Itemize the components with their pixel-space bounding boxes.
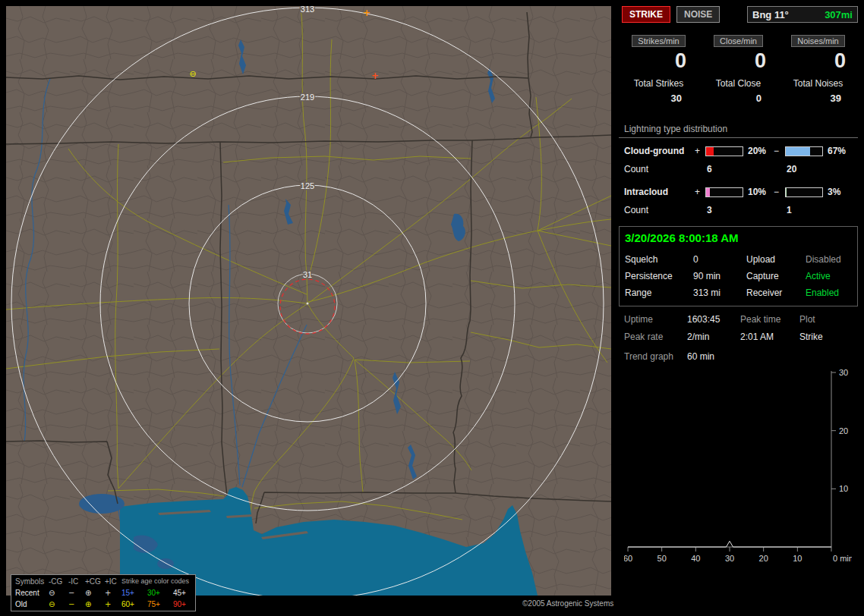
total-noises-value: 39 <box>778 93 858 104</box>
uptime-value: 1603:45 <box>687 314 740 325</box>
noise-tab[interactable]: NOISE <box>676 6 720 23</box>
total-noises-label: Total Noises <box>778 78 858 89</box>
upload-value: Disabled <box>806 254 857 265</box>
copyright-text: ©2005 Astrogenic Systems <box>522 599 613 608</box>
neg-cg-symbol-old: ⊖ <box>49 599 68 610</box>
peak-rate-value: 2/min <box>687 332 740 342</box>
trend-graph-window: 60 min <box>687 351 858 362</box>
strike-symbol: + <box>371 71 379 81</box>
age-code-15: 15+ <box>121 587 147 599</box>
cloud-ground-label: Cloud-ground <box>624 146 695 156</box>
strike-map[interactable]: 313 219 125 31 + + ⊖ <box>6 6 611 596</box>
plus-sign: + <box>695 187 705 197</box>
bearing-distance: 307mi <box>825 9 853 20</box>
pos-ic-symbol-recent: + <box>105 587 121 599</box>
range-label: Range <box>625 288 693 298</box>
bearing-value: Bng 11° <box>752 9 789 20</box>
ring-label-31: 31 <box>303 270 312 279</box>
noises-per-min-counter: Noises/min 0 Total Noises 39 <box>778 35 858 104</box>
pos-cg-symbol-old: ⊕ <box>85 599 105 610</box>
close-per-min-counter: Close/min 0 Total Close 0 <box>698 35 778 104</box>
age-code-60: 60+ <box>121 599 147 610</box>
strike-tab[interactable]: STRIKE <box>622 6 670 23</box>
capture-value: Active <box>806 271 857 281</box>
map-area: 313 219 125 31 + + ⊖ <box>6 6 611 596</box>
strikes-per-min-value: 0 <box>619 49 698 73</box>
strike-symbol: + <box>363 8 371 18</box>
count-label: Count <box>624 164 695 174</box>
legend-col-neg-cg: -CG <box>49 576 68 587</box>
bearing-box: Bng 11° 307mi <box>747 6 858 23</box>
system-clock: 3/20/2026 8:00:18 AM <box>625 231 857 244</box>
trend-graph-label: Trend graph <box>624 351 687 362</box>
peak-time-label: Peak time <box>740 314 799 325</box>
cloud-ground-negative-bar <box>785 146 823 156</box>
age-code-45: 45+ <box>173 587 196 599</box>
cloud-ground-positive-bar <box>705 146 743 156</box>
upload-label: Upload <box>746 254 806 265</box>
intracloud-positive-bar <box>705 187 743 197</box>
symbol-legend: Symbols -CG -IC +CG +IC Strike age color… <box>11 574 196 611</box>
cloud-ground-negative-count: 20 <box>785 164 825 174</box>
svg-text:20: 20 <box>839 426 848 435</box>
lightning-distribution-section: Lightning type distribution Cloud-ground… <box>619 124 858 215</box>
mode-tabs: STRIKE NOISE Bng 11° 307mi <box>619 6 858 23</box>
total-strikes-label: Total Strikes <box>619 78 698 89</box>
persistence-label: Persistence <box>625 271 693 281</box>
cloud-ground-positive-count: 6 <box>705 164 745 174</box>
count-label: Count <box>624 205 695 215</box>
legend-col-pos-cg: +CG <box>85 576 105 587</box>
plot-label: Plot <box>799 314 858 325</box>
total-strikes-value: 30 <box>619 93 698 104</box>
plus-sign: + <box>695 146 705 156</box>
minus-sign: − <box>774 146 785 156</box>
squelch-label: Squelch <box>625 254 693 265</box>
age-code-75: 75+ <box>147 599 173 610</box>
capture-label: Capture <box>746 271 806 281</box>
total-close-value: 0 <box>698 93 778 104</box>
pos-ic-symbol-old: + <box>105 599 121 610</box>
persistence-value: 90 min <box>693 271 746 281</box>
legend-col-pos-ic: +IC <box>105 576 121 587</box>
age-code-30: 30+ <box>147 587 173 599</box>
intracloud-positive-pct: 10% <box>745 187 774 197</box>
svg-text:10: 10 <box>839 484 848 493</box>
noises-per-min-label: Noises/min <box>791 35 844 47</box>
strike-symbol: ⊖ <box>189 69 196 79</box>
svg-text:0 min: 0 min <box>833 554 852 563</box>
receiver-label: Receiver <box>746 288 806 298</box>
close-per-min-value: 0 <box>698 49 778 73</box>
svg-text:60: 60 <box>624 554 632 563</box>
status-panel: STRIKE NOISE Bng 11° 307mi Strikes/min 0… <box>619 6 858 610</box>
strikes-per-min-label: Strikes/min <box>632 35 685 47</box>
minus-sign: − <box>774 187 785 197</box>
close-per-min-label: Close/min <box>714 35 763 47</box>
svg-text:10: 10 <box>793 554 802 563</box>
intracloud-negative-pct: 3% <box>825 187 855 197</box>
svg-text:30: 30 <box>725 554 734 563</box>
ring-label-125: 125 <box>301 181 314 190</box>
receiver-value: Enabled <box>806 288 857 298</box>
svg-text:50: 50 <box>657 554 667 563</box>
ring-label-313: 313 <box>301 6 314 14</box>
age-code-90: 90+ <box>173 599 196 610</box>
neg-ic-symbol-recent: − <box>68 587 85 599</box>
intracloud-positive-count: 3 <box>705 205 745 215</box>
cloud-ground-positive-pct: 20% <box>745 146 774 156</box>
legend-row-label-recent: Recent <box>15 587 49 599</box>
pos-cg-symbol-recent: ⊕ <box>85 587 105 599</box>
svg-text:40: 40 <box>691 554 700 563</box>
system-status-section: 3/20/2026 8:00:18 AM Squelch 0 Upload Di… <box>619 226 858 306</box>
intracloud-negative-bar <box>785 187 823 197</box>
svg-text:20: 20 <box>759 554 768 563</box>
strikes-per-min-counter: Strikes/min 0 Total Strikes 30 <box>619 35 698 104</box>
legend-age-header: Strike age color codes <box>121 576 196 587</box>
range-value: 313 mi <box>693 288 746 298</box>
plot-value: Strike <box>799 332 858 342</box>
intracloud-label: Intracloud <box>624 187 695 197</box>
peak-time-value: 2:01 AM <box>740 332 799 342</box>
legend-row-label-old: Old <box>15 599 49 610</box>
legend-symbols-header: Symbols <box>15 576 49 587</box>
svg-text:30: 30 <box>839 368 848 377</box>
rate-counters: Strikes/min 0 Total Strikes 30 Close/min… <box>619 35 858 104</box>
